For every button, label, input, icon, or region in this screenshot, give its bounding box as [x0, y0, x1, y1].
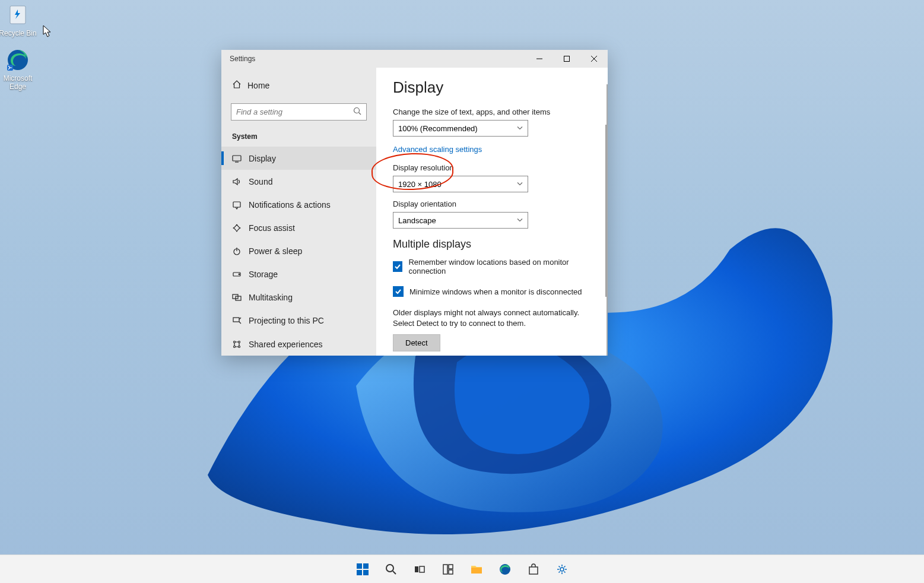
detect-info-text: Older displays might not always connect … — [393, 308, 591, 328]
orientation-dropdown[interactable]: Landscape — [393, 212, 528, 229]
desktop-icon-recycle-bin[interactable]: Recycle Bin — [0, 2, 39, 38]
minimize-button[interactable] — [526, 50, 553, 68]
settings-window: Settings Home — [221, 50, 608, 356]
nav-label: Multitasking — [249, 293, 293, 302]
taskbar-edge[interactable] — [493, 557, 517, 581]
detect-button[interactable]: Detect — [393, 334, 440, 351]
section-label: System — [221, 129, 376, 147]
storage-icon — [232, 270, 242, 279]
chevron-down-icon — [517, 180, 523, 189]
power-icon — [232, 246, 242, 256]
svg-rect-29 — [415, 566, 418, 572]
sidebar: Home System Display Sound — [221, 68, 376, 356]
svg-point-7 — [354, 107, 360, 113]
desktop: Recycle Bin Microsoft Edge Settings — [0, 0, 924, 583]
nav-multitasking[interactable]: Multitasking — [221, 286, 376, 309]
svg-rect-25 — [357, 570, 362, 575]
taskbar-search[interactable] — [379, 557, 403, 581]
nav-shared-experiences[interactable]: Shared experiences — [221, 332, 376, 356]
home-button[interactable]: Home — [221, 75, 376, 96]
scale-label: Change the size of text, apps, and other… — [393, 107, 591, 116]
nav-display[interactable]: Display — [221, 147, 376, 170]
chevron-down-icon — [517, 124, 523, 133]
svg-point-27 — [386, 565, 393, 572]
resolution-label: Display resolution — [393, 163, 591, 172]
remember-locations-checkbox[interactable] — [393, 261, 402, 272]
nav-label: Projecting to this PC — [249, 316, 324, 325]
display-icon — [232, 154, 242, 163]
minimize-disconnect-label: Minimize windows when a monitor is disco… — [409, 287, 582, 296]
taskbar-explorer[interactable] — [465, 557, 488, 581]
svg-rect-23 — [357, 563, 362, 569]
taskbar-widgets[interactable] — [436, 557, 460, 581]
nav-label: Display — [249, 154, 276, 163]
nav-label: Storage — [249, 270, 278, 279]
svg-line-8 — [359, 112, 361, 115]
nav-sound[interactable]: Sound — [221, 170, 376, 193]
svg-rect-11 — [233, 202, 240, 207]
taskbar-store[interactable] — [522, 557, 545, 581]
orientation-label: Display orientation — [393, 199, 591, 208]
svg-point-20 — [239, 341, 240, 343]
focus-assist-icon — [232, 223, 242, 233]
svg-point-15 — [239, 274, 240, 275]
edge-icon — [5, 47, 30, 72]
desktop-icon-label: Recycle Bin — [0, 30, 39, 38]
cursor-icon — [43, 25, 52, 38]
nav-storage[interactable]: Storage — [221, 263, 376, 286]
desktop-icon-label: Microsoft Edge — [0, 75, 39, 91]
search-icon — [353, 107, 361, 118]
svg-rect-26 — [363, 570, 369, 575]
svg-rect-34 — [471, 568, 482, 574]
resolution-dropdown[interactable]: 1920 × 1080 — [393, 176, 528, 192]
svg-point-21 — [234, 346, 236, 347]
titlebar[interactable]: Settings — [221, 50, 608, 68]
main-panel: Display Change the size of text, apps, a… — [376, 68, 608, 356]
window-title: Settings — [230, 55, 526, 63]
scale-dropdown[interactable]: 100% (Recommended) — [393, 120, 528, 137]
nav-projecting[interactable]: Projecting to this PC — [221, 309, 376, 332]
multitasking-icon — [232, 293, 242, 302]
projecting-icon — [232, 316, 242, 325]
svg-point-37 — [560, 568, 564, 571]
maximize-button[interactable] — [553, 50, 580, 68]
remember-locations-label: Remember window locations based on monit… — [408, 258, 591, 275]
main-scrollbar[interactable] — [605, 125, 607, 297]
close-button[interactable] — [580, 50, 608, 68]
desktop-icon-edge[interactable]: Microsoft Edge — [0, 47, 39, 91]
home-icon — [232, 80, 242, 91]
home-label: Home — [247, 81, 269, 90]
search-input[interactable] — [236, 107, 353, 116]
multiple-displays-heading: Multiple displays — [393, 238, 591, 251]
taskbar-settings[interactable] — [550, 557, 574, 581]
nav-focus-assist[interactable]: Focus assist — [221, 217, 376, 240]
nav-label: Sound — [249, 177, 272, 186]
scale-value: 100% (Recommended) — [398, 124, 478, 133]
nav-notifications[interactable]: Notifications & actions — [221, 194, 376, 217]
taskbar-taskview[interactable] — [408, 557, 431, 581]
svg-rect-30 — [420, 566, 424, 572]
svg-rect-9 — [233, 156, 241, 161]
svg-rect-24 — [363, 563, 369, 569]
search-box[interactable] — [231, 103, 367, 121]
nav-label: Focus assist — [249, 223, 295, 233]
recycle-bin-icon — [5, 2, 30, 27]
notifications-icon — [232, 200, 242, 210]
svg-line-28 — [393, 571, 396, 574]
start-button[interactable] — [351, 557, 374, 581]
nav-label: Shared experiences — [249, 340, 323, 349]
page-title: Display — [393, 78, 591, 97]
svg-point-19 — [234, 341, 236, 343]
svg-rect-33 — [449, 570, 453, 574]
minimize-disconnect-checkbox[interactable] — [393, 286, 404, 297]
svg-rect-18 — [233, 318, 239, 322]
advanced-scaling-link[interactable]: Advanced scaling settings — [393, 145, 482, 154]
orientation-value: Landscape — [398, 216, 436, 225]
nav-power-sleep[interactable]: Power & sleep — [221, 240, 376, 263]
svg-rect-4 — [564, 56, 570, 62]
svg-point-22 — [239, 346, 240, 347]
svg-rect-31 — [443, 565, 447, 574]
svg-rect-32 — [449, 565, 453, 569]
sound-icon — [232, 177, 242, 186]
svg-rect-36 — [529, 567, 538, 574]
